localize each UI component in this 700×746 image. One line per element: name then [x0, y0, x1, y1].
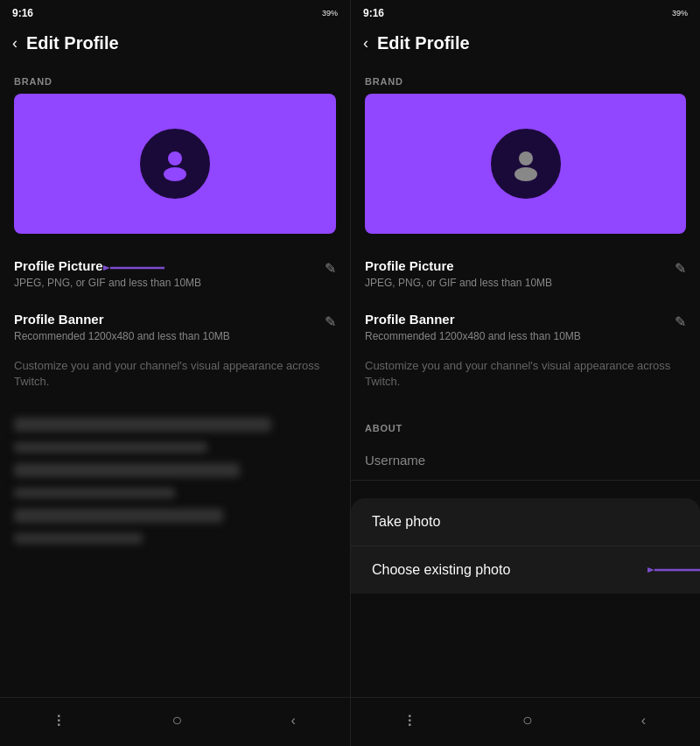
svg-point-5: [514, 167, 537, 181]
customize-text-right: Customize you and your channel's visual …: [351, 355, 700, 404]
profile-picture-title-right: Profile Picture: [365, 258, 675, 273]
avatar-left: [140, 129, 210, 199]
banner-right[interactable]: [365, 94, 686, 234]
edit-icon-profile-picture-right[interactable]: ✎: [675, 260, 686, 277]
username-label: Username: [365, 453, 425, 468]
back-button-right[interactable]: ‹: [363, 34, 368, 53]
bottom-nav-right: ⫶ ○ ‹: [351, 697, 700, 746]
profile-banner-item-right[interactable]: Profile Banner Recommended 1200x480 and …: [351, 301, 700, 355]
nav-back-right[interactable]: ‹: [641, 713, 646, 728]
customize-text-left: Customize you and your channel's visual …: [0, 355, 350, 404]
brand-section-label-left: BRAND: [0, 64, 350, 94]
edit-icon-banner-left[interactable]: ✎: [325, 313, 336, 330]
header-right: ‹ Edit Profile: [351, 25, 700, 64]
profile-picture-title-left: Profile Picture: [14, 258, 325, 273]
battery-right: 39%: [672, 9, 688, 18]
profile-banner-subtitle-left: Recommended 1200x480 and less than 10MB: [14, 329, 325, 344]
svg-point-4: [519, 151, 533, 165]
page-title-left: Edit Profile: [26, 33, 119, 53]
page-title-right: Edit Profile: [377, 33, 470, 53]
blur-line-1: [14, 418, 271, 432]
profile-banner-text-right: Profile Banner Recommended 1200x480 and …: [365, 312, 675, 344]
left-panel: 9:16 39% ‹ Edit Profile BRAND Profile Pi…: [0, 0, 350, 746]
blur-line-3: [14, 463, 240, 477]
edit-icon-profile-picture-left[interactable]: ✎: [325, 260, 336, 277]
brand-section-label-right: BRAND: [351, 64, 700, 94]
about-section: ABOUT Username: [351, 411, 700, 481]
bottom-nav-left: ⫶ ○ ‹: [0, 697, 350, 746]
blur-line-5: [14, 509, 223, 523]
annotation-arrow-right: [648, 560, 700, 580]
blur-line-6: [14, 533, 143, 544]
avatar-right: [491, 129, 561, 199]
banner-left[interactable]: [14, 94, 336, 234]
back-button-left[interactable]: ‹: [12, 34, 18, 53]
nav-home-left[interactable]: ○: [172, 710, 182, 730]
profile-picture-item-right[interactable]: Profile Picture JPEG, PNG, or GIF and le…: [351, 248, 700, 301]
username-row: Username: [351, 440, 700, 481]
blur-line-4: [14, 488, 175, 498]
profile-picture-item-left[interactable]: Profile Picture JPEG, PNG, or GIF and le…: [0, 248, 350, 301]
profile-banner-title-right: Profile Banner: [365, 312, 675, 327]
svg-point-1: [164, 167, 186, 181]
profile-picture-text-right: Profile Picture JPEG, PNG, or GIF and le…: [365, 258, 675, 291]
status-icons-left: 39%: [322, 9, 338, 18]
nav-home-right[interactable]: ○: [522, 710, 533, 730]
nav-menu-right[interactable]: ⫶: [405, 710, 414, 730]
profile-banner-subtitle-right: Recommended 1200x480 and less than 10MB: [365, 329, 675, 344]
avatar-icon-left: [156, 144, 194, 183]
content-right: BRAND Profile Picture JPEG, PNG, or GIF …: [351, 64, 700, 697]
time-right: 9:16: [363, 7, 384, 19]
take-photo-label: Take photo: [372, 514, 440, 530]
profile-banner-text-left: Profile Banner Recommended 1200x480 and …: [14, 312, 325, 344]
nav-menu-left[interactable]: ⫶: [54, 710, 63, 730]
profile-picture-subtitle-right: JPEG, PNG, or GIF and less than 10MB: [365, 276, 675, 291]
avatar-icon-right: [507, 144, 545, 183]
blur-line-2: [14, 442, 207, 453]
battery-left: 39%: [322, 9, 338, 18]
status-bar-left: 9:16 39%: [0, 0, 350, 25]
edit-icon-banner-right[interactable]: ✎: [675, 313, 686, 330]
profile-picture-subtitle-left: JPEG, PNG, or GIF and less than 10MB: [14, 276, 325, 291]
status-bar-right: 9:16 39%: [351, 0, 700, 25]
take-photo-item[interactable]: Take photo: [351, 498, 700, 546]
header-left: ‹ Edit Profile: [0, 25, 350, 64]
right-panel: 9:16 39% ‹ Edit Profile BRAND Profile Pi…: [350, 0, 700, 746]
nav-back-left[interactable]: ‹: [291, 713, 296, 728]
choose-existing-item[interactable]: Choose existing photo: [351, 546, 700, 594]
svg-point-0: [168, 151, 182, 165]
profile-picture-text-left: Profile Picture JPEG, PNG, or GIF and le…: [14, 258, 325, 291]
status-icons-right: 39%: [672, 9, 688, 18]
bottom-sheet: Take photo Choose existing photo: [351, 498, 700, 594]
blurred-section-left: [0, 404, 350, 558]
time-left: 9:16: [12, 7, 33, 19]
profile-banner-title-left: Profile Banner: [14, 312, 325, 327]
content-left: BRAND Profile Picture JPEG, PNG, or GIF …: [0, 64, 350, 697]
about-section-label: ABOUT: [351, 411, 700, 440]
annotation-arrow-left: [103, 258, 164, 278]
profile-banner-item-left[interactable]: Profile Banner Recommended 1200x480 and …: [0, 301, 350, 355]
choose-existing-label: Choose existing photo: [372, 562, 510, 578]
